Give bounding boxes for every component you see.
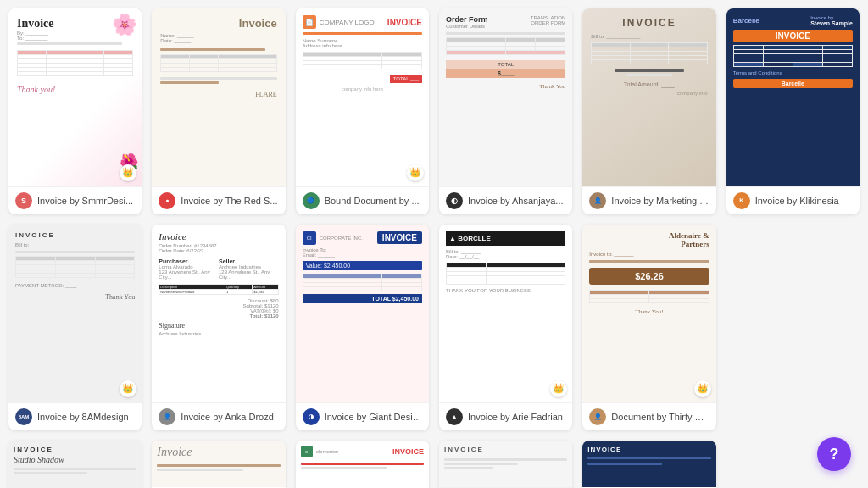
- help-button[interactable]: ?: [817, 437, 851, 471]
- card-11-footer: 👤 Document by Thirty One ...: [582, 402, 715, 430]
- card-8-avatar: 👤: [159, 408, 175, 425]
- card-1-footer: S Invoice by SmmrDesi...: [8, 186, 142, 214]
- partial-card-5[interactable]: INVOICE: [582, 441, 715, 488]
- card-5-label: Invoice by Marketing Te...: [611, 196, 709, 206]
- card-6-footer: K Invoice by Klikinesia: [726, 186, 860, 214]
- card-8-label: Invoice by Anka Drozd: [181, 412, 273, 422]
- crown-badge-1: 👑: [120, 164, 136, 181]
- card-6-label: Invoice by Klikinesia: [755, 196, 839, 206]
- card-3-label: Bound Document by ...: [325, 196, 420, 206]
- partial-card-2[interactable]: Invoice: [152, 441, 285, 488]
- card-11-label: Document by Thirty One ...: [611, 412, 709, 422]
- partial-thumb-1: INVOICE Studio Shadow: [8, 441, 142, 487]
- card-8-thumbnail: Invoice Order Number: #1234567 Order Dat…: [152, 225, 285, 402]
- card-7-footer: 8AM Invoice by 8AMdesign: [8, 402, 142, 430]
- card-11-thumbnail: Aldenaire &Partners Invoice to: _______ …: [582, 225, 715, 402]
- partial-thumb-5: INVOICE: [582, 441, 715, 487]
- card-9[interactable]: CI CORPORATE INC. INVOICE Invoice To: __…: [296, 225, 429, 430]
- partial-thumb-4: INVOICE: [439, 441, 572, 487]
- card-10-avatar: ▲: [446, 408, 463, 425]
- card-2-thumbnail: Invoice Name: ______ Date: ______ FLARE: [152, 8, 285, 186]
- template-grid: 🌸 Invoice By: ________ To: ________ Than…: [0, 0, 868, 488]
- card-5-thumbnail: INVOICE Bill to: ____________ Total Amou…: [582, 8, 715, 186]
- card-1-avatar: S: [15, 192, 32, 209]
- card-5-footer: 👤 Invoice by Marketing Te...: [582, 186, 715, 214]
- partial-card-3[interactable]: e elementor INVOICE: [296, 441, 429, 488]
- card-4[interactable]: Order Form Customer Details TRANSLATIONO…: [439, 8, 572, 214]
- card-6-avatar: K: [733, 192, 750, 209]
- card-7-thumbnail: INVOICE Bill to: _______ PAYMENT METHOD:…: [8, 225, 142, 402]
- card-7-label: Invoice by 8AMdesign: [37, 412, 129, 422]
- card-9-avatar: ◑: [303, 408, 320, 425]
- crown-badge-7: 👑: [120, 380, 136, 397]
- card-3-avatar: 🔵: [303, 192, 320, 209]
- card-2[interactable]: Invoice Name: ______ Date: ______ FLARE …: [152, 8, 285, 214]
- card-7-avatar: 8AM: [15, 408, 32, 425]
- partial-thumb-3: e elementor INVOICE: [296, 441, 429, 487]
- card-10-label: Invoice by Arie Fadrian: [468, 412, 563, 422]
- crown-badge-3: 👑: [407, 164, 424, 181]
- card-9-footer: ◑ Invoice by Giant Design: [296, 402, 429, 430]
- card-10-footer: ▲ Invoice by Arie Fadrian: [439, 402, 572, 430]
- card-2-label: Invoice by The Red S...: [181, 196, 277, 206]
- card-8-footer: 👤 Invoice by Anka Drozd: [152, 402, 285, 430]
- crown-badge-10: 👑: [550, 380, 567, 397]
- card-9-thumbnail: CI CORPORATE INC. INVOICE Invoice To: __…: [296, 225, 429, 402]
- card-5[interactable]: INVOICE Bill to: ____________ Total Amou…: [582, 8, 715, 214]
- card-4-label: Invoice by Ahsanjaya...: [468, 196, 564, 206]
- card-2-footer: ● Invoice by The Red S...: [152, 186, 285, 214]
- partial-card-4[interactable]: INVOICE INVOICE: [439, 441, 572, 488]
- card-9-label: Invoice by Giant Design: [325, 412, 422, 422]
- card-11-avatar: 👤: [589, 408, 606, 425]
- card-1-label: Invoice by SmmrDesi...: [37, 196, 133, 206]
- card-3-thumbnail: 📄 COMPANY LOGO INVOICE Name Surname Addr…: [296, 8, 429, 186]
- card-10-thumbnail: ▲ BORCLLE Bill to: _______ Date: __/__/_…: [439, 225, 572, 402]
- card-4-thumbnail: Order Form Customer Details TRANSLATIONO…: [439, 8, 572, 186]
- card-3[interactable]: 📄 COMPANY LOGO INVOICE Name Surname Addr…: [296, 8, 429, 214]
- partial-thumb-2: Invoice: [152, 441, 285, 487]
- partial-card-1[interactable]: INVOICE Studio Shadow INVOICE: [8, 441, 142, 488]
- crown-badge-11: 👑: [694, 380, 711, 397]
- card-5-avatar: 👤: [589, 192, 606, 209]
- card-3-footer: 🔵 Bound Document by ...: [296, 186, 429, 214]
- card-11[interactable]: Aldenaire &Partners Invoice to: _______ …: [582, 225, 715, 430]
- card-1-thumbnail: 🌸 Invoice By: ________ To: ________ Than…: [8, 8, 142, 186]
- card-6-thumbnail: Barcelle Invoice by Steven Sample INVOIC…: [726, 8, 860, 186]
- card-2-avatar: ●: [159, 192, 175, 209]
- card-10[interactable]: ▲ BORCLLE Bill to: _______ Date: __/__/_…: [439, 225, 572, 430]
- card-4-avatar: ◐: [446, 192, 463, 209]
- card-4-footer: ◐ Invoice by Ahsanjaya...: [439, 186, 572, 214]
- card-1[interactable]: 🌸 Invoice By: ________ To: ________ Than…: [8, 8, 142, 214]
- card-8[interactable]: Invoice Order Number: #1234567 Order Dat…: [152, 225, 285, 430]
- card-7[interactable]: INVOICE Bill to: _______ PAYMENT METHOD:…: [8, 225, 142, 430]
- card-6[interactable]: Barcelle Invoice by Steven Sample INVOIC…: [726, 8, 860, 214]
